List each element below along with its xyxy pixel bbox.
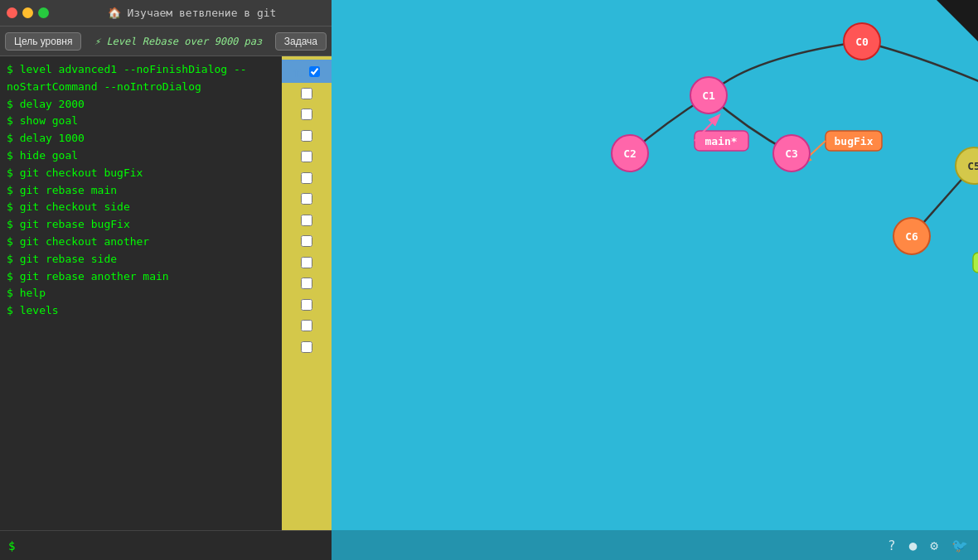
maximize-button[interactable] — [38, 7, 49, 18]
level-label: ⚡ Level Rebase over 9000 раз — [85, 36, 271, 47]
help-icon[interactable]: ? — [888, 538, 896, 553]
checkbox-row — [282, 147, 332, 168]
terminal-window: 🏠 Изучаем ветвление в git Цель уровня ⚡ … — [0, 0, 332, 560]
code-area: $ level advanced1 --noFinishDialog --noS… — [0, 56, 282, 530]
terminal-line: $ git rebase side — [7, 251, 275, 268]
code-text: $ show goal — [7, 113, 275, 130]
terminal-line: $ help — [7, 285, 275, 302]
settings-icon[interactable]: ⚙ — [930, 538, 938, 553]
svg-text:C0: C0 — [855, 36, 869, 48]
code-text: $ delay 1000 — [7, 130, 275, 147]
checkbox-row — [282, 336, 332, 358]
terminal-line: $ git checkout side — [7, 199, 275, 216]
code-text: $ delay 2000 — [7, 96, 275, 113]
code-text: $ level advanced1 --noFinishDialog --noS… — [7, 61, 275, 96]
task-checkbox[interactable] — [301, 172, 312, 184]
task-checkbox[interactable] — [301, 88, 312, 99]
task-checkbox[interactable] — [301, 235, 312, 247]
terminal-body: $ level advanced1 --noFinishDialog --noS… — [0, 56, 332, 530]
checkbox-row — [282, 210, 332, 231]
svg-text:C5: C5 — [967, 160, 978, 172]
code-text: $ levels — [7, 302, 275, 320]
terminal-line: $ level advanced1 --noFinishDialog --noS… — [7, 61, 275, 96]
checkbox-row — [282, 83, 332, 104]
checkbox-row — [282, 189, 332, 210]
checkbox-row — [282, 273, 332, 295]
checkbox-row — [282, 125, 332, 147]
dot-icon[interactable]: ● — [909, 538, 917, 553]
terminal-line: $ levels — [7, 302, 275, 320]
node-c6[interactable]: C6 — [893, 218, 930, 254]
task-checkbox[interactable] — [301, 215, 312, 226]
edge-c0-c4 — [862, 41, 978, 95]
task-button[interactable]: Задача — [275, 32, 327, 51]
task-checkbox[interactable] — [301, 193, 312, 205]
terminal-line: $ git checkout bugFix — [7, 165, 275, 182]
svg-text:C3: C3 — [785, 147, 798, 160]
task-checkbox[interactable] — [301, 320, 312, 331]
checkbox-row — [282, 231, 332, 253]
checkbox-row — [282, 104, 332, 126]
terminal-line: $ hide goal — [7, 147, 275, 165]
checkbox-row — [282, 316, 332, 337]
code-text: $ git checkout side — [7, 199, 275, 216]
goal-button[interactable]: Цель уровня — [5, 32, 81, 51]
checkbox-row — [282, 167, 332, 189]
prompt-symbol: $ — [8, 539, 15, 553]
task-checkbox[interactable] — [301, 151, 312, 162]
twitter-icon[interactable]: 🐦 — [951, 538, 968, 553]
titlebar: 🏠 Изучаем ветвление в git — [0, 0, 332, 27]
svg-text:bugFix: bugFix — [835, 135, 874, 147]
close-button[interactable] — [7, 7, 17, 18]
code-text: $ git rebase main — [7, 182, 275, 200]
terminal-line: $ git rebase bugFix — [7, 216, 275, 234]
task-checkbox[interactable] — [301, 130, 312, 142]
terminal-line: $ show goal — [7, 113, 275, 130]
svg-text:C1: C1 — [702, 89, 715, 102]
code-text: $ git checkout another — [7, 234, 275, 251]
terminal-line: $ git checkout another — [7, 234, 275, 251]
task-checkbox[interactable] — [301, 299, 312, 311]
checkbox-row — [282, 294, 332, 316]
node-c1[interactable]: C1 — [690, 77, 727, 113]
header-checkbox[interactable] — [309, 66, 320, 77]
terminal-line: $ delay 1000 — [7, 130, 275, 147]
edge-c0-c1 — [709, 41, 862, 95]
window-title: 🏠 Изучаем ветвление в git — [59, 7, 325, 19]
svg-rect-9 — [973, 253, 978, 273]
code-text: $ git rebase bugFix — [7, 216, 275, 234]
minimize-button[interactable] — [22, 7, 33, 18]
node-c2[interactable]: C2 — [612, 135, 648, 171]
terminal-line: $ git rebase another main — [7, 268, 275, 286]
svg-text:main*: main* — [704, 135, 737, 147]
bottom-bar: ? ● ⚙ 🐦 — [332, 530, 978, 560]
checkbox-area: ⇅ — [282, 56, 332, 530]
prompt-bar: $ — [0, 530, 332, 560]
toolbar: Цель уровня ⚡ Level Rebase over 9000 раз… — [0, 27, 332, 56]
code-text: $ git rebase another main — [7, 268, 275, 286]
code-text: $ git checkout bugFix — [7, 165, 275, 182]
checkbox-header: ⇅ — [282, 60, 332, 83]
code-text: $ help — [7, 285, 275, 302]
task-checkbox[interactable] — [301, 341, 312, 353]
git-graph: main* bugFix side another — [332, 0, 978, 530]
node-c0[interactable]: C0 — [844, 23, 880, 60]
svg-text:C2: C2 — [623, 147, 637, 160]
node-c5[interactable]: C5 — [956, 147, 978, 184]
branch-another[interactable]: another — [973, 244, 978, 273]
code-text: $ git rebase side — [7, 251, 275, 268]
task-checkbox[interactable] — [301, 109, 312, 120]
code-text: $ hide goal — [7, 147, 275, 165]
checkbox-row — [282, 252, 332, 273]
terminal-line: $ git rebase main — [7, 182, 275, 200]
terminal-line: $ delay 2000 — [7, 96, 275, 113]
task-checkbox[interactable] — [301, 278, 312, 289]
branch-bugfix[interactable]: bugFix — [801, 131, 882, 163]
node-c3[interactable]: C3 — [773, 135, 810, 171]
svg-text:C6: C6 — [905, 230, 918, 243]
git-graph-svg: main* bugFix side another — [332, 0, 978, 530]
task-checkbox[interactable] — [301, 257, 312, 268]
